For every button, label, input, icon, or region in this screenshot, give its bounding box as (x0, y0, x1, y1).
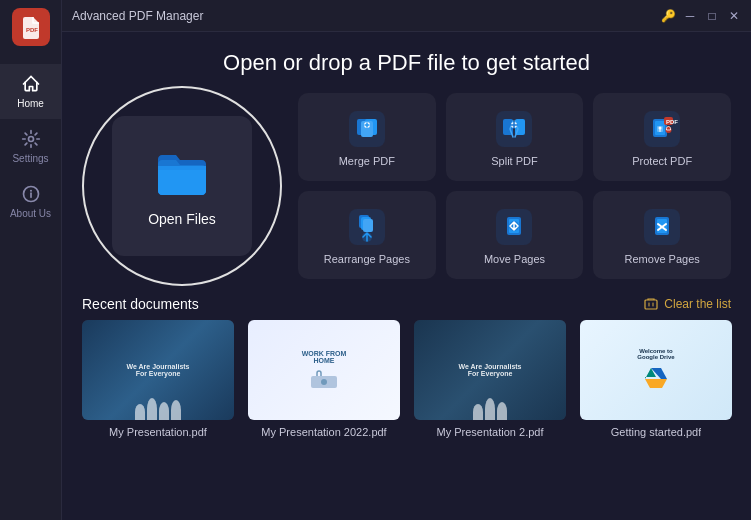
recent-section: Recent documents Clear the list (62, 286, 751, 520)
clear-icon (643, 296, 659, 312)
title-bar-text: Advanced PDF Manager (72, 9, 203, 23)
app-logo: PDF (12, 8, 50, 46)
protect-label: Protect PDF (632, 155, 692, 167)
list-item[interactable]: We Are JournalistsFor Everyone My Presen… (82, 320, 234, 438)
sidebar-item-about[interactable]: About Us (0, 174, 61, 229)
header-area: Open or drop a PDF file to get started (62, 32, 751, 86)
tool-section: Open Files (62, 86, 751, 286)
window-minimize-btn[interactable]: ─ (683, 9, 697, 23)
move-icon (496, 209, 532, 245)
folder-icon (154, 145, 210, 201)
doc-name-2: My Presentation 2022.pdf (261, 426, 386, 438)
doc-thumbnail-1: We Are JournalistsFor Everyone (82, 320, 234, 420)
list-item[interactable]: We Are JournalistsFor Everyone My Presen… (414, 320, 566, 438)
recent-title: Recent documents (82, 296, 199, 312)
rearrange-icon (349, 209, 385, 245)
doc-thumbnail-2: WORK FROMHOME (248, 320, 400, 420)
svg-rect-25 (363, 219, 373, 232)
window-key-btn[interactable]: 🔑 (661, 9, 675, 23)
merge-icon (349, 111, 385, 147)
window-close-btn[interactable]: ✕ (727, 9, 741, 23)
recent-header: Recent documents Clear the list (82, 296, 731, 312)
svg-point-40 (321, 379, 327, 385)
merge-label: Merge PDF (339, 155, 395, 167)
tool-rearrange[interactable]: Rearrange Pages (298, 191, 436, 279)
tool-grid: Merge PDF Split PDF (298, 93, 731, 279)
move-label: Move Pages (484, 253, 545, 265)
title-bar: Advanced PDF Manager 🔑 ─ □ ✕ (62, 0, 751, 32)
tool-merge[interactable]: Merge PDF (298, 93, 436, 181)
window-frame: Advanced PDF Manager 🔑 ─ □ ✕ Open or dro… (62, 0, 751, 520)
sidebar: PDF Home Settings About Us (0, 0, 62, 520)
tool-split[interactable]: Split PDF (446, 93, 584, 181)
window-controls: 🔑 ─ □ ✕ (661, 9, 741, 23)
sidebar-item-about-label: About Us (10, 208, 51, 219)
remove-label: Remove Pages (625, 253, 700, 265)
tool-remove[interactable]: Remove Pages (593, 191, 731, 279)
list-item[interactable]: Welcome toGoogle Drive Getting started.p… (580, 320, 732, 438)
svg-text:PDF: PDF (666, 119, 678, 125)
tool-move[interactable]: Move Pages (446, 191, 584, 279)
clear-list-button[interactable]: Clear the list (643, 296, 731, 312)
split-icon (496, 111, 532, 147)
remove-icon (644, 209, 680, 245)
window-maximize-btn[interactable]: □ (705, 9, 719, 23)
doc-name-1: My Presentation.pdf (109, 426, 207, 438)
doc-thumbnail-3: We Are JournalistsFor Everyone (414, 320, 566, 420)
sidebar-item-home-label: Home (17, 98, 44, 109)
svg-rect-10 (496, 111, 532, 147)
main-content: Open or drop a PDF file to get started O… (62, 32, 751, 520)
svg-rect-36 (645, 300, 657, 309)
doc-name-3: My Presentation 2.pdf (436, 426, 543, 438)
open-files-label: Open Files (148, 211, 216, 227)
tool-protect[interactable]: PDF Protect PDF (593, 93, 731, 181)
sidebar-item-settings-label: Settings (12, 153, 48, 164)
open-files-circle: Open Files (82, 86, 282, 286)
sidebar-item-home[interactable]: Home (0, 64, 61, 119)
rearrange-label: Rearrange Pages (324, 253, 410, 265)
protect-icon: PDF (644, 111, 680, 147)
page-title: Open or drop a PDF file to get started (62, 50, 751, 76)
svg-text:PDF: PDF (26, 27, 38, 33)
clear-list-label: Clear the list (664, 297, 731, 311)
doc-name-4: Getting started.pdf (611, 426, 702, 438)
svg-point-1 (28, 137, 33, 142)
split-label: Split PDF (491, 155, 537, 167)
doc-thumbnail-4: Welcome toGoogle Drive (580, 320, 732, 420)
open-files-tile[interactable]: Open Files (112, 116, 252, 256)
recent-documents: We Are JournalistsFor Everyone My Presen… (82, 320, 731, 438)
list-item[interactable]: WORK FROMHOME My Presentation 2022.pdf (248, 320, 400, 438)
sidebar-item-settings[interactable]: Settings (0, 119, 61, 174)
